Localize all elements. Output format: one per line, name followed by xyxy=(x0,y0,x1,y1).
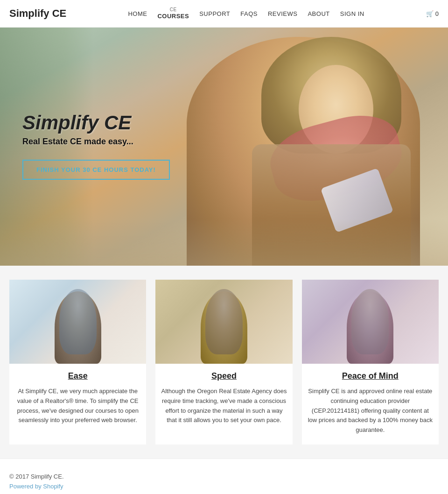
feature-ease-title: Ease xyxy=(68,371,88,381)
footer-powered-by[interactable]: Powered by Shopify xyxy=(9,483,63,490)
hero-section: Simplify CE Real Estate CE made easy... … xyxy=(0,28,448,266)
nav-signin[interactable]: SIGN IN xyxy=(336,8,368,19)
nav-ce-label: CE xyxy=(170,7,177,13)
logo[interactable]: Simplify CE xyxy=(9,7,66,20)
ease-person xyxy=(55,291,101,364)
feature-peace-image xyxy=(302,280,439,364)
hero-title: Simplify CE xyxy=(22,112,170,134)
features-section: Ease At Simplify CE, we very much apprec… xyxy=(0,266,448,459)
feature-ease-image xyxy=(9,280,146,364)
hero-subtitle: Real Estate CE made easy... xyxy=(22,137,170,147)
feature-peace-text: Simplify CE is and approved online real … xyxy=(302,387,439,435)
cart-count: 0 xyxy=(435,10,439,17)
footer: © 2017 Simplify CE. Powered by Shopify xyxy=(0,459,448,494)
feature-peace: Peace of Mind Simplify CE is and approve… xyxy=(302,280,439,445)
nav-about[interactable]: ABOUT xyxy=(304,8,333,19)
nav-courses-label: COURSES xyxy=(157,13,189,20)
hero-ground xyxy=(0,219,448,266)
footer-copyright: © 2017 Simplify CE. xyxy=(9,473,439,480)
feature-ease: Ease At Simplify CE, we very much apprec… xyxy=(9,280,146,445)
cart-button[interactable]: 🛒 0 xyxy=(426,10,439,17)
feature-speed-image xyxy=(155,280,292,364)
feature-speed-text: Although the Oregon Real Estate Agency d… xyxy=(155,387,292,425)
cart-icon: 🛒 xyxy=(426,10,434,17)
nav-reviews[interactable]: REVIEWS xyxy=(264,8,301,19)
hero-content: Simplify CE Real Estate CE made easy... … xyxy=(22,112,170,180)
feature-speed-title: Speed xyxy=(211,371,237,381)
feature-speed: Speed Although the Oregon Real Estate Ag… xyxy=(155,280,292,445)
peace-person xyxy=(347,291,393,364)
nav-faqs[interactable]: FAQS xyxy=(237,8,261,19)
feature-ease-text: At Simplify CE, we very much appreciate … xyxy=(9,387,146,425)
feature-peace-title: Peace of Mind xyxy=(342,371,399,381)
nav-courses[interactable]: CE COURSES xyxy=(154,5,193,22)
navigation: Simplify CE HOME CE COURSES SUPPORT FAQS… xyxy=(0,0,448,28)
nav-support[interactable]: SUPPORT xyxy=(196,8,234,19)
nav-home[interactable]: HOME xyxy=(124,8,151,19)
speed-person xyxy=(201,291,247,364)
hero-cta-button[interactable]: FINISH YOUR 30 CE HOURS TODAY! xyxy=(22,160,170,180)
